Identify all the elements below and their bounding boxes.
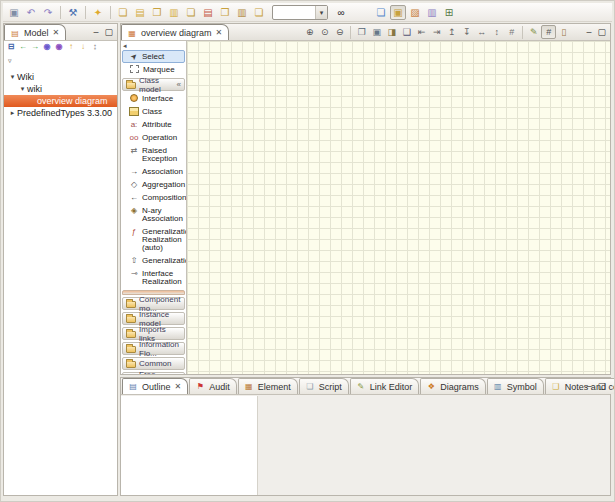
tab-element[interactable]: ▦Element <box>238 378 298 394</box>
tab-symbol[interactable]: ▥Symbol <box>487 378 544 394</box>
sync-selection-icon[interactable]: ↨ <box>89 42 101 55</box>
palette-section-component-mo[interactable]: Component mo... <box>122 297 185 310</box>
same-height-icon[interactable]: ↕ <box>489 25 504 39</box>
align-top-icon[interactable]: ↥ <box>444 25 459 39</box>
zoom-in-icon[interactable]: ⊕ <box>302 25 317 39</box>
tab-audit[interactable]: ⚑Audit <box>189 378 237 394</box>
maximize-icon[interactable]: ▢ <box>597 381 606 391</box>
align-left-icon[interactable]: ⇤ <box>414 25 429 39</box>
create-element-icon-5[interactable]: ❏ <box>183 5 199 20</box>
move-down-icon[interactable]: ↓ <box>77 42 89 55</box>
palette-item-composition[interactable]: ←Composition <box>122 191 185 204</box>
context-combo-input[interactable] <box>273 7 315 17</box>
palette-item-aggregation[interactable]: ◇Aggregation <box>122 178 185 191</box>
save-image-icon[interactable]: ▣ <box>369 25 384 39</box>
palette-item-raised-exception[interactable]: ⇄Raised Exception <box>122 144 185 165</box>
zoom-out-icon[interactable]: ⊖ <box>332 25 347 39</box>
diagram-canvas[interactable] <box>187 41 610 374</box>
align-right-icon[interactable]: ⇥ <box>429 25 444 39</box>
minimize-icon[interactable]: ‒ <box>93 27 98 37</box>
redo-icon[interactable]: ↷ <box>40 5 56 20</box>
palette-item-n-ary-association[interactable]: ◈N-ary Association <box>122 204 185 225</box>
show-frame-icon[interactable]: ❑ <box>399 25 414 39</box>
palette-section-imports-links[interactable]: Imports links <box>122 327 185 340</box>
expanded-arrow-icon[interactable]: ▾ <box>18 83 27 95</box>
same-width-icon[interactable]: ↔ <box>474 25 489 39</box>
grid-visibility-icon[interactable]: # <box>504 25 519 39</box>
palette-item-interface-realization[interactable]: ⊸Interface Realization <box>122 267 185 288</box>
palette-item-attribute[interactable]: a:Attribute <box>122 118 185 131</box>
tab-script[interactable]: ❏Script <box>299 378 349 394</box>
next-related-icon[interactable]: ◉ <box>53 42 65 55</box>
copy-image-icon[interactable]: ◨ <box>384 25 399 39</box>
palette-item-association[interactable]: →Association <box>122 165 185 178</box>
combo-dropdown-icon[interactable]: ▾ <box>315 6 327 19</box>
create-element-icon-9[interactable]: ❏ <box>251 5 267 20</box>
collapsed-arrow-icon[interactable]: ▸ <box>8 107 17 119</box>
tree-item-wiki[interactable]: ▾Wiki <box>4 71 117 83</box>
palette-section-information-flo[interactable]: Information Flo... <box>122 342 185 355</box>
open-folder-icon[interactable]: ❏ <box>373 5 389 20</box>
collapse-palette-icon[interactable]: ◂ <box>122 42 185 50</box>
tab-diagrams[interactable]: ❖Diagrams <box>420 378 486 394</box>
outline-content[interactable] <box>121 396 258 495</box>
pencil-mode-icon[interactable]: ✎ <box>526 25 541 39</box>
expanded-arrow-icon[interactable]: ▾ <box>8 71 17 83</box>
palette-section-class-model[interactable]: Class model« <box>122 78 185 91</box>
collapse-section-icon[interactable]: « <box>177 81 181 89</box>
create-element-icon-2[interactable]: ▤ <box>132 5 148 20</box>
collapse-all-icon[interactable]: ⊟ <box>5 42 17 55</box>
tab-model[interactable]: ▤ Model ✕ <box>4 24 66 40</box>
palette-tool-select[interactable]: ➤Select <box>122 50 185 63</box>
palette-section-instance-model[interactable]: Instance model <box>122 312 185 325</box>
create-element-icon-7[interactable]: ❐ <box>217 5 233 20</box>
zoom-original-icon[interactable]: ⊙ <box>317 25 332 39</box>
perspective-2-icon[interactable]: ▨ <box>407 5 423 20</box>
minimize-icon[interactable]: ‒ <box>586 381 591 391</box>
print-icon[interactable]: ❐ <box>354 25 369 39</box>
perspective-1-icon[interactable]: ▣ <box>390 5 406 20</box>
minimize-icon[interactable]: ‒ <box>586 27 591 37</box>
tree-item-overview-diagram[interactable]: overview diagram <box>4 95 117 107</box>
align-bottom-icon[interactable]: ↧ <box>459 25 474 39</box>
maximize-icon[interactable]: ▢ <box>104 27 113 37</box>
palette-tool-marquee[interactable]: Marquee <box>122 63 185 76</box>
create-element-icon-3[interactable]: ❐ <box>149 5 165 20</box>
tab-overview-diagram[interactable]: ▦ overview diagram ✕ <box>121 24 229 40</box>
back-icon[interactable]: ← <box>17 42 29 55</box>
snap-to-grid-icon[interactable]: # <box>541 25 556 39</box>
guides-icon[interactable]: ▯ <box>556 25 571 39</box>
create-element-icon-6[interactable]: ▤ <box>200 5 216 20</box>
move-up-icon[interactable]: ↑ <box>65 42 77 55</box>
close-icon[interactable]: ✕ <box>216 28 223 37</box>
create-element-icon-8[interactable]: ▥ <box>234 5 250 20</box>
save-icon[interactable]: ▣ <box>6 5 22 20</box>
palette-item-interface[interactable]: Interface <box>122 92 185 105</box>
prev-related-icon[interactable]: ◉ <box>41 42 53 55</box>
palette-item-operation[interactable]: ooOperation <box>122 131 185 144</box>
close-icon[interactable]: ✕ <box>175 382 182 391</box>
configure-icon[interactable]: ⚒ <box>65 5 81 20</box>
close-icon[interactable]: ✕ <box>53 28 60 37</box>
palette-item-generalization[interactable]: ⇧Generalization <box>122 254 185 267</box>
palette-item-generalizatio-realization-auto[interactable]: ƒGeneralizatio... Realization (auto) <box>122 225 185 254</box>
tree-item-wiki[interactable]: ▾wiki <box>4 83 117 95</box>
palette-section-free-drawing[interactable]: Free drawing« <box>122 372 185 374</box>
perspective-4-icon[interactable]: ⊞ <box>441 5 457 20</box>
tree-item-predefinedtypes-3-3-00[interactable]: ▸PredefinedTypes 3.3.00 <box>4 107 117 119</box>
palette-item-class[interactable]: Class <box>122 105 185 118</box>
maximize-icon[interactable]: ▢ <box>597 27 606 37</box>
tab-link-editor[interactable]: ✎Link Editor <box>350 378 420 394</box>
perspective-3-icon[interactable]: ▥ <box>424 5 440 20</box>
context-combo[interactable]: ▾ <box>272 5 328 20</box>
palette-section-common[interactable]: Common <box>122 357 185 370</box>
folder-icon <box>126 361 136 368</box>
undo-icon[interactable]: ↶ <box>23 5 39 20</box>
search-binoculars-icon[interactable]: ∞ <box>333 5 349 20</box>
forward-icon[interactable]: → <box>29 42 41 55</box>
view-menu-icon[interactable]: ▿ <box>8 57 12 64</box>
create-element-icon-4[interactable]: ▥ <box>166 5 182 20</box>
lightbulb-icon[interactable]: ✦ <box>90 5 106 20</box>
create-element-icon-1[interactable]: ❏ <box>115 5 131 20</box>
tab-outline[interactable]: ▤Outline✕ <box>122 378 188 394</box>
